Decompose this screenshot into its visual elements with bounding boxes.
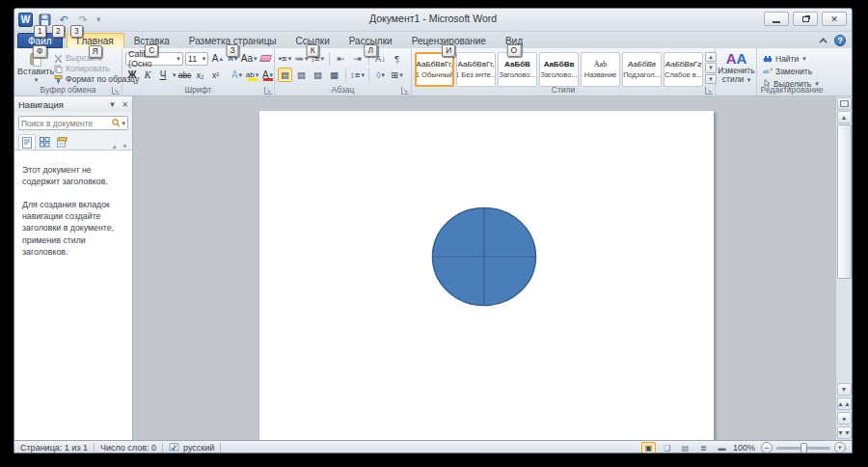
language-indicator[interactable]: русский xyxy=(183,443,214,453)
style-heading2[interactable]: АаБбВв Заголово... xyxy=(539,52,579,87)
grow-font-button[interactable]: А▴ xyxy=(210,51,224,66)
search-input[interactable] xyxy=(21,119,112,128)
navigation-tabs: ▲ ▼ xyxy=(14,133,132,151)
previous-heading-icon[interactable]: ▲ xyxy=(111,143,118,150)
style-no-spacing[interactable]: АаБбВвГг, 1 Без инте... xyxy=(456,52,496,87)
paragraph-dialog-launcher[interactable]: ↘ xyxy=(401,87,409,95)
outline-view-button[interactable]: ≣ xyxy=(696,442,711,453)
align-center-button[interactable]: ▤ xyxy=(294,68,309,82)
format-painter-icon xyxy=(54,75,63,84)
vertical-scrollbar[interactable]: ▲ ▼ ▲▲ ● ▼▼ xyxy=(835,96,852,440)
replace-button[interactable]: ab Заменить xyxy=(763,66,825,76)
underline-dropdown-icon[interactable]: ▾ xyxy=(173,71,176,79)
navigation-menu-icon[interactable]: ▼ xyxy=(108,100,116,109)
styles-dialog-launcher[interactable]: ↘ xyxy=(705,87,713,95)
search-icon[interactable] xyxy=(112,119,121,127)
underline-button[interactable]: Ч xyxy=(156,68,170,82)
subscript-button[interactable]: х₂ xyxy=(194,68,207,82)
navigation-empty-message: Этот документ не содержит заголовков. Дл… xyxy=(14,151,132,440)
nav-tab-pages[interactable] xyxy=(36,134,53,150)
document-page[interactable] xyxy=(259,111,714,440)
paste-dropdown-icon: ▾ xyxy=(35,76,39,84)
style-normal[interactable]: АаБбВвГг, 1 Обычный xyxy=(415,52,454,87)
decrease-indent-button[interactable]: ⇤ xyxy=(334,51,348,66)
find-binoculars-icon xyxy=(763,55,773,63)
tab-review[interactable]: Рецензирование И xyxy=(402,33,496,48)
close-button[interactable]: ✕ xyxy=(822,12,847,26)
keytip-insert: С xyxy=(145,44,158,57)
restore-button[interactable] xyxy=(793,12,818,26)
zoom-slider-thumb[interactable] xyxy=(800,443,807,453)
superscript-button[interactable]: х² xyxy=(209,68,223,82)
change-case-button[interactable]: Аа▾ xyxy=(241,51,257,66)
pie-circle-shape[interactable] xyxy=(431,206,537,311)
change-styles-button[interactable]: АA Изменить стили ▾ xyxy=(716,48,757,96)
spellcheck-icon[interactable] xyxy=(169,443,179,453)
scroll-down-button[interactable]: ▼ xyxy=(837,383,852,396)
group-styles: АаБбВвГг, 1 Обычный АаБбВвГг, 1 Без инте… xyxy=(412,48,716,96)
previous-page-button[interactable]: ▲▲ xyxy=(837,398,852,410)
font-size-combo[interactable]: 11▾ xyxy=(185,52,209,66)
italic-button[interactable]: К xyxy=(141,68,154,82)
find-button[interactable]: Найти▾ xyxy=(763,53,825,64)
clipboard-dialog-launcher[interactable]: ↘ xyxy=(112,87,120,95)
shading-button[interactable]: ◊▾ xyxy=(373,68,388,82)
search-options-icon[interactable]: ▾ xyxy=(122,120,125,127)
bold-button[interactable]: Ж xyxy=(125,68,139,82)
nav-tab-headings[interactable] xyxy=(18,134,36,150)
document-search-box[interactable]: ▾ xyxy=(18,116,128,130)
style-title[interactable]: Aab Название xyxy=(581,52,620,87)
style-subtle-emphasis[interactable]: АаБбВвГг Слабое в... xyxy=(664,52,703,87)
line-spacing-button[interactable]: ↕≡▾ xyxy=(350,68,365,82)
next-page-button[interactable]: ▼▼ xyxy=(837,426,852,439)
tab-references[interactable]: Ссылки К xyxy=(286,33,339,48)
keytip-page-layout: З xyxy=(227,44,239,57)
next-heading-icon[interactable]: ▼ xyxy=(122,143,128,150)
minimize-icon xyxy=(773,21,780,23)
document-canvas[interactable] xyxy=(133,96,835,440)
increase-indent-button[interactable]: ⇥ xyxy=(350,51,365,66)
zoom-level[interactable]: 100% xyxy=(733,443,755,453)
tab-view[interactable]: Вид О xyxy=(496,33,532,48)
fullscreen-reading-view-button[interactable]: ❑ xyxy=(660,442,674,453)
zoom-in-button[interactable]: + xyxy=(834,442,846,453)
nav-tab-results[interactable] xyxy=(53,134,70,150)
tab-page-layout[interactable]: Разметка страницы З xyxy=(179,33,286,48)
restore-icon xyxy=(802,16,809,22)
justify-button[interactable]: ▦ xyxy=(327,68,341,82)
minimize-button[interactable] xyxy=(764,12,789,26)
scroll-up-button[interactable]: ▲ xyxy=(837,111,852,124)
print-layout-view-button[interactable]: ▣ xyxy=(641,442,656,453)
scrollbar-thumb[interactable] xyxy=(837,124,852,279)
scrollbar-track[interactable] xyxy=(837,124,852,381)
bullets-button[interactable]: •≡▾ xyxy=(278,51,292,66)
zoom-out-button[interactable]: − xyxy=(761,442,773,453)
strikethrough-button[interactable]: abc xyxy=(178,68,192,82)
word-count[interactable]: Число слов: 0 xyxy=(100,443,156,453)
ruler-toggle-button[interactable] xyxy=(837,97,852,110)
draft-view-button[interactable]: ▬ xyxy=(715,442,729,453)
web-layout-view-button[interactable]: ▤ xyxy=(678,442,692,453)
clear-formatting-button[interactable] xyxy=(258,51,272,66)
style-heading1[interactable]: АаБбВ Заголово... xyxy=(498,52,537,87)
font-dialog-launcher[interactable]: ↘ xyxy=(264,87,272,95)
style-subtitle[interactable]: АаБбВв Подзагол... xyxy=(622,52,662,87)
group-editing: Найти▾ ab Заменить Выделить▾ Редактирова… xyxy=(757,48,827,96)
font-color-button[interactable]: A▾ xyxy=(261,68,275,82)
navigation-close-icon[interactable]: ✕ xyxy=(122,100,128,109)
text-effects-button[interactable]: A▾ xyxy=(231,68,244,82)
tab-mailings[interactable]: Рассылки Л xyxy=(339,33,402,48)
browse-object-button[interactable]: ● xyxy=(837,412,852,425)
page-indicator[interactable]: Страница: 1 из 1 xyxy=(20,443,88,453)
show-marks-button[interactable]: ¶ xyxy=(390,51,404,66)
zoom-slider[interactable] xyxy=(776,447,830,450)
align-left-button[interactable]: ▤ xyxy=(278,68,292,82)
keytip-view: О xyxy=(507,44,522,57)
tab-insert[interactable]: Вставка С xyxy=(124,33,179,48)
highlight-color-button[interactable]: ab▾ xyxy=(246,68,259,82)
group-clipboard: Вставить ▾ Вырезать Копировать Формат по… xyxy=(14,48,122,96)
align-right-button[interactable]: ▤ xyxy=(311,68,325,82)
borders-button[interactable]: ⊞▾ xyxy=(390,68,404,82)
window-title: Документ1 - Microsoft Word xyxy=(14,13,852,24)
help-icon[interactable]: ? xyxy=(834,35,846,46)
